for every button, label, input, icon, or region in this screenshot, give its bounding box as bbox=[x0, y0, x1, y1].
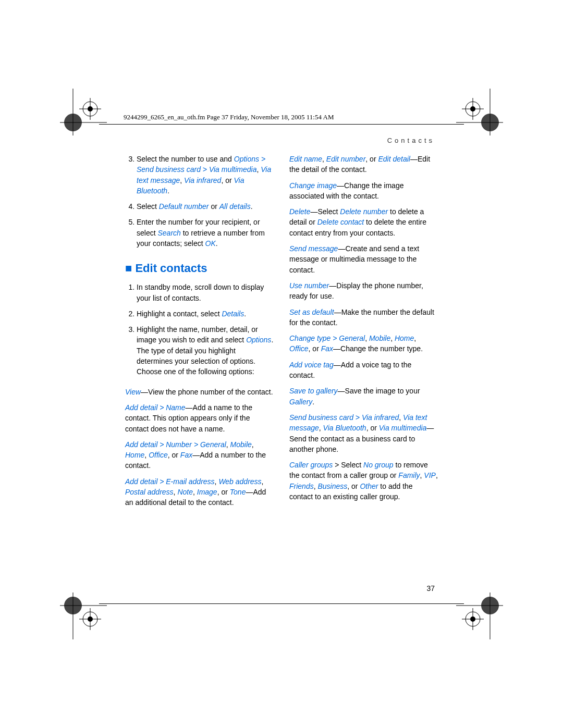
step-3: Select the number to use and Options > S… bbox=[137, 154, 274, 196]
edit-steps: In standby mode, scroll down to display … bbox=[125, 282, 274, 377]
option-change-image: Change image—Change the image associated… bbox=[289, 180, 438, 202]
option-view: View—View the phone number of the contac… bbox=[125, 387, 274, 397]
step-4: Select Default number or All details. bbox=[137, 201, 274, 212]
option-add-detail-number: Add detail > Number > General, Mobile, H… bbox=[125, 439, 274, 471]
option-add-detail-other: Add detail > E-mail address, Web address… bbox=[125, 476, 274, 508]
footer-rule bbox=[99, 603, 464, 604]
option-edit-name: Edit name, Edit number, or Edit detail—E… bbox=[289, 154, 438, 175]
header-rule bbox=[99, 124, 464, 125]
registration-mark-icon bbox=[79, 98, 101, 120]
edit-step-2: Highlight a contact, select Details. bbox=[137, 309, 274, 319]
option-send-message: Send message—Create and send a text mess… bbox=[289, 243, 438, 275]
registration-mark-icon bbox=[79, 608, 101, 630]
option-set-default: Set as default—Make the number the defau… bbox=[289, 307, 438, 328]
edit-step-1: In standby mode, scroll down to display … bbox=[137, 282, 274, 303]
option-caller-groups: Caller groups > Select No group to remov… bbox=[289, 460, 438, 502]
registration-mark-icon bbox=[462, 98, 484, 120]
edit-step-3: Highlight the name, number, detail, or i… bbox=[137, 324, 274, 377]
option-delete: Delete—Select Delete number to delete a … bbox=[289, 206, 438, 238]
manual-page: 9244299_6265_en_au_oth.fm Page 37 Friday… bbox=[0, 0, 563, 728]
registration-mark-icon bbox=[462, 608, 484, 630]
body-columns: Select the number to use and Options > S… bbox=[125, 154, 438, 577]
heading-edit-contacts: Edit contacts bbox=[125, 260, 274, 277]
option-change-type: Change type > General, Mobile, Home, Off… bbox=[289, 333, 438, 354]
option-use-number: Use number—Display the phone number, rea… bbox=[289, 280, 438, 302]
option-save-gallery: Save to gallery—Save the image to your G… bbox=[289, 386, 438, 407]
right-column: Edit name, Edit number, or Edit detail—E… bbox=[289, 154, 438, 577]
option-add-voice-tag: Add voice tag—Add a voice tag to the con… bbox=[289, 360, 438, 381]
page-number: 37 bbox=[426, 584, 435, 593]
section-label: Contacts bbox=[387, 137, 435, 144]
file-header: 9244299_6265_en_au_oth.fm Page 37 Friday… bbox=[124, 113, 334, 121]
step-5: Enter the number for your recipient, or … bbox=[137, 217, 274, 249]
numbered-steps: Select the number to use and Options > S… bbox=[125, 154, 274, 249]
option-add-detail-name: Add detail > Name—Add a name to the cont… bbox=[125, 402, 274, 434]
left-column: Select the number to use and Options > S… bbox=[125, 154, 274, 577]
option-send-business-card: Send business card > Via infrared, Via t… bbox=[289, 412, 438, 454]
